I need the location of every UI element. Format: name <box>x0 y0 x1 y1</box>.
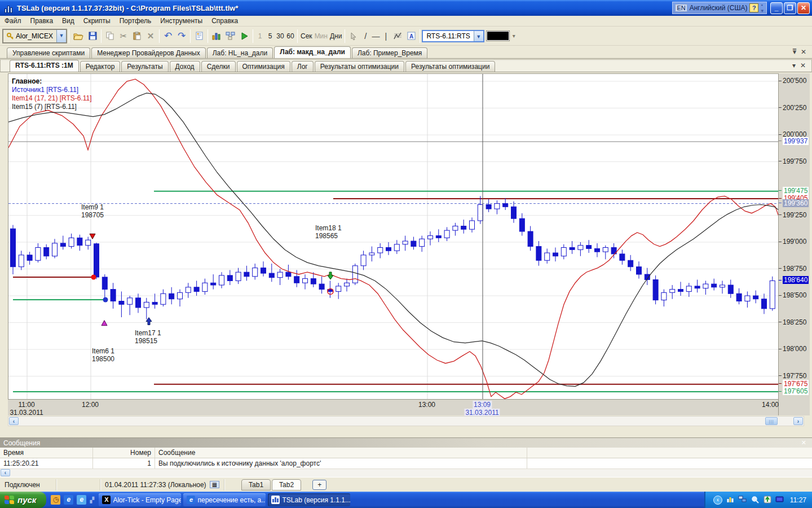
tray-collapse-icon[interactable]: ‹ <box>713 496 722 505</box>
language-code[interactable]: EN <box>675 4 687 12</box>
interval-1-button[interactable]: 1 <box>255 29 265 43</box>
message-row[interactable]: 11:25:20.21 1 Вы подключились к источник… <box>0 458 812 468</box>
quicklaunch-divider: ▞ <box>90 494 92 506</box>
status-tab1[interactable]: Tab1 <box>241 479 271 491</box>
calendar-icon[interactable]: ▦ <box>210 481 219 488</box>
close-lab-icon[interactable]: ✕ <box>800 62 806 69</box>
paste-button[interactable] <box>130 29 144 43</box>
menu-file[interactable]: Файл <box>0 16 26 25</box>
zigzag-tool-button[interactable] <box>391 29 404 43</box>
chart-panel: Item9 1198705Item18 1198565Item17 119851… <box>0 72 812 437</box>
tray-tslab-icon[interactable] <box>726 496 735 505</box>
scroll-right-button[interactable]: › <box>793 417 803 425</box>
tab-lab-hl[interactable]: Лаб: HL_на_дали <box>207 47 273 58</box>
restore-button[interactable]: ❐ <box>784 2 796 14</box>
quicklaunch-clock-icon[interactable]: ◷ <box>51 495 60 505</box>
tab-optimization[interactable]: Оптимизация <box>237 61 290 72</box>
close-workspace-icon[interactable]: ✕ <box>801 48 806 56</box>
task-browser[interactable]: e пересечение есть, а... <box>183 493 266 506</box>
language-help-icon[interactable]: ? <box>749 3 758 12</box>
price-axis[interactable]: 200'500200'250200'000199'750199'250199'0… <box>778 73 810 415</box>
col-time[interactable]: Время <box>0 448 93 458</box>
quicklaunch-outlook-icon[interactable]: e <box>77 495 86 505</box>
menu-scripts[interactable]: Скрипты <box>79 16 115 25</box>
cut-button[interactable]: ✂ <box>117 29 130 43</box>
menu-edit[interactable]: Правка <box>26 16 58 25</box>
tab-script-management[interactable]: Управление скриптами <box>7 47 90 58</box>
tab-opt-results-2[interactable]: Результаты оптимизации <box>405 61 495 72</box>
tray-update-icon[interactable] <box>763 496 772 505</box>
hline-tool-button[interactable]: — <box>370 29 381 43</box>
tab-income[interactable]: Доход <box>170 61 200 72</box>
tray-device-icon[interactable] <box>775 496 784 505</box>
slash-line-icon: / <box>364 31 367 41</box>
script-properties-button[interactable] <box>192 29 206 43</box>
task-tslab[interactable]: TSLab (версия 1.1.1... <box>268 493 350 506</box>
trendline-tool-button[interactable]: / <box>360 29 370 43</box>
price-level-label: 199'360 <box>779 199 810 207</box>
task-alor-tick[interactable]: X Alor-Tick - Empty Page <box>99 493 181 506</box>
color-swatch[interactable] <box>487 31 509 41</box>
save-button[interactable] <box>86 29 99 43</box>
interval-5-button[interactable]: 5 <box>265 29 275 43</box>
toolbar-overflow-icon[interactable]: ▾ <box>513 33 515 39</box>
tab-lab-time[interactable]: Лаб: Пример_Время <box>352 47 427 58</box>
time-axis[interactable]: 11:0031.03.201112:0013:0013:0931.03.2011… <box>8 399 778 415</box>
status-tab2[interactable]: Tab2 <box>272 479 301 491</box>
account-combo[interactable]: Alor_MICEX ▼ <box>2 29 67 43</box>
messages-close-icon[interactable]: ✕ <box>799 439 809 446</box>
instrument-combo[interactable]: RTS-6.11:RTS ▼ <box>422 30 484 42</box>
status-bar: Подключен 01.04.2011 11:27:33 (Локальное… <box>0 477 812 492</box>
messages-scrollbar[interactable]: ‹ <box>0 468 812 477</box>
instrument-combo-arrow-icon[interactable]: ▼ <box>474 31 483 41</box>
menu-view[interactable]: Вид <box>58 16 79 25</box>
interval-30-button[interactable]: 30 <box>275 29 285 43</box>
text-tool-button[interactable]: A <box>404 29 418 43</box>
redo-button[interactable]: ↷ <box>175 29 188 43</box>
tab-editor[interactable]: Редактор <box>80 61 121 72</box>
chart-plot[interactable]: Item9 1198705Item18 1198565Item17 119851… <box>8 73 778 399</box>
scroll-left-button[interactable]: ‹ <box>9 417 19 425</box>
tab-lab-macd[interactable]: Лаб: макд_на_дали <box>274 46 351 58</box>
add-tab-button[interactable]: + <box>312 480 326 490</box>
cursor-tool-button[interactable] <box>347 29 360 43</box>
language-bar[interactable]: EN Английский (США) ? ▪▾ <box>672 2 767 14</box>
scroll-thumb[interactable]: ||| <box>765 417 778 425</box>
delete-button[interactable]: ✕ <box>144 29 157 43</box>
unit-day-button[interactable]: Дни <box>329 29 343 43</box>
pin-panel-icon[interactable]: ▾̿ <box>793 48 796 56</box>
tab-chart[interactable]: RTS-6.11:RTS :1M <box>10 60 79 72</box>
tab-opt-results-1[interactable]: Результаты оптимизации <box>315 61 404 72</box>
tray-search-icon[interactable] <box>751 496 760 505</box>
chart-button[interactable] <box>210 29 223 43</box>
messages-scroll-left-button[interactable]: ‹ <box>1 469 10 476</box>
run-button[interactable] <box>237 29 251 43</box>
start-button[interactable]: пуск <box>0 492 46 508</box>
minimize-button[interactable]: _ <box>770 2 783 14</box>
undo-button[interactable]: ↶ <box>161 29 175 43</box>
tab-list-dropdown-icon[interactable]: ▾ <box>792 62 796 69</box>
quicklaunch-ie-icon[interactable]: e <box>64 495 73 505</box>
col-number[interactable]: Номер <box>93 448 155 458</box>
tab-log[interactable]: Лог <box>292 61 314 72</box>
col-message[interactable]: Сообщение <box>155 448 527 458</box>
menu-tools[interactable]: Инструменты <box>156 16 207 25</box>
vline-tool-button[interactable]: | <box>381 29 391 43</box>
diagram-button[interactable] <box>223 29 237 43</box>
unit-sec-button[interactable]: Сек <box>299 29 314 43</box>
copy-button[interactable] <box>103 29 117 43</box>
account-combo-arrow-icon[interactable]: ▼ <box>56 30 66 42</box>
open-button[interactable] <box>71 29 86 43</box>
tray-network-icon[interactable] <box>738 496 747 505</box>
menu-help[interactable]: Справка <box>207 16 242 25</box>
unit-min-button[interactable]: Мин <box>314 29 329 43</box>
tab-results[interactable]: Результаты <box>121 61 168 72</box>
interval-60-button[interactable]: 60 <box>285 29 295 43</box>
tab-data-providers[interactable]: Менеджер Провайдеров Данных <box>91 47 206 58</box>
language-bar-grip-icon[interactable]: ▪▾ <box>761 2 764 14</box>
chart-scrollbar[interactable]: ‹ ||| › <box>8 416 804 426</box>
menu-portfolio[interactable]: Портфель <box>115 16 156 25</box>
close-button[interactable]: ✕ <box>797 2 810 14</box>
tab-trades[interactable]: Сделки <box>201 61 236 72</box>
price-chart[interactable]: Item9 1198705Item18 1198565Item17 119851… <box>8 74 779 400</box>
